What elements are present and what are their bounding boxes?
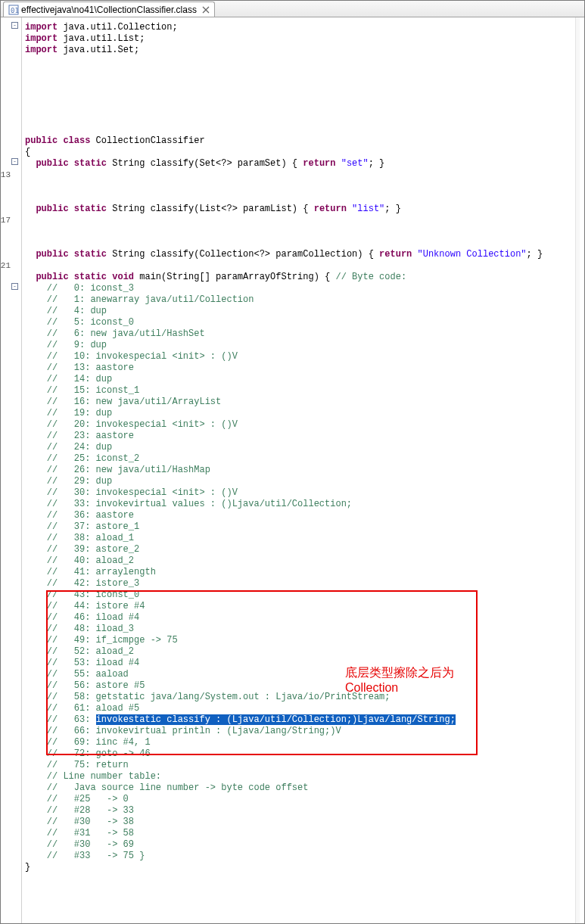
code-line <box>25 113 584 124</box>
code-line: // 55: aaload <box>25 669 584 680</box>
code-line: // 53: iload #4 <box>25 658 584 669</box>
code-line <box>25 90 584 101</box>
code-line: public class CollectionClassifier <box>25 135 584 147</box>
code-line: // 58: getstatic java/lang/System.out : … <box>25 692 584 703</box>
code-line: // 19: dup <box>25 408 584 419</box>
code-line: // 20: invokespecial <init> : ()V <box>25 419 584 431</box>
code-line <box>25 124 584 135</box>
code-line: // 24: dup <box>25 442 584 453</box>
code-line: import java.util.List; <box>25 33 584 45</box>
code-line: // #30 -> 38 <box>25 817 584 828</box>
code-line: // 56: astore #5 <box>25 680 584 692</box>
line-number: 21 <box>1 260 11 272</box>
code-line: // 46: iload #4 <box>25 612 584 624</box>
code-line <box>25 67 584 79</box>
code-line: // 69: iinc #4, 1 <box>25 737 584 748</box>
code-line: // 39: astore_2 <box>25 544 584 555</box>
code-line: // 48: iload_3 <box>25 624 584 635</box>
code-line <box>25 238 584 249</box>
fold-toggle[interactable]: - <box>11 283 18 290</box>
code-line: // 14: dup <box>25 374 584 385</box>
code-line: // 30: invokespecial <init> : ()V <box>25 487 584 499</box>
code-line: // 43: iconst_0 <box>25 590 584 601</box>
code-line: // 23: aastore <box>25 431 584 442</box>
class-file-icon: 010 <box>8 5 19 15</box>
line-number: 13 <box>1 170 11 181</box>
editor-area: ---131721 import java.util.Collection;im… <box>1 17 584 923</box>
code-line: // 13: aastore <box>25 362 584 374</box>
code-line: // 26: new java/util/HashMap <box>25 465 584 476</box>
code-line: // 44: istore #4 <box>25 601 584 612</box>
code-line: // Line number table: <box>25 771 584 782</box>
code-line: // #33 -> 75 } <box>25 851 584 862</box>
code-line: // 38: aload_1 <box>25 533 584 544</box>
code-line: // 41: arraylength <box>25 567 584 578</box>
svg-text:010: 010 <box>11 7 19 14</box>
code-line <box>25 215 584 226</box>
code-line: // #31 -> 58 <box>25 828 584 839</box>
code-line: // 61: aload #5 <box>25 703 584 714</box>
code-line <box>25 79 584 90</box>
close-icon[interactable] <box>202 6 210 14</box>
code-line: public static String classify(List<?> pa… <box>25 204 584 215</box>
code-line: // 29: dup <box>25 476 584 487</box>
fold-toggle[interactable]: - <box>11 158 18 165</box>
code-line: // #25 -> 0 <box>25 794 584 805</box>
code-line <box>25 226 584 238</box>
code-line: // 25: iconst_2 <box>25 453 584 465</box>
code-line: // 16: new java/util/ArrayList <box>25 397 584 408</box>
code-line: // 72: goto -> 46 <box>25 748 584 760</box>
code-line: // 66: invokevirtual println : (Ljava/la… <box>25 726 584 737</box>
code-line: // #30 -> 69 <box>25 839 584 851</box>
code-line: } <box>25 862 584 873</box>
code-line: // 6: new java/util/HashSet <box>25 328 584 340</box>
code-line: import java.util.Collection; <box>25 22 584 33</box>
code-line: // 10: invokespecial <init> : ()V <box>25 351 584 362</box>
code-line: // 42: istore_3 <box>25 578 584 590</box>
gutter: ---131721 <box>1 17 22 923</box>
code-line: // 1: anewarray java/util/Collection <box>25 294 584 306</box>
code-line: // 36: aastore <box>25 510 584 521</box>
editor-tab[interactable]: 010 effectivejava\no41\CollectionClassif… <box>3 2 215 17</box>
code-line: // 75: return <box>25 760 584 771</box>
code-line: // 4: dup <box>25 306 584 317</box>
code-line <box>25 56 584 67</box>
code-line: // 63: invokestatic classify : (Ljava/ut… <box>25 714 584 726</box>
code-line <box>25 101 584 113</box>
code-line: // 52: aload_2 <box>25 646 584 658</box>
code-line: // 49: if_icmpge -> 75 <box>25 635 584 646</box>
code-line: // 9: dup <box>25 340 584 351</box>
tab-strip: 010 effectivejava\no41\CollectionClassif… <box>1 1 584 17</box>
code-line <box>25 192 584 204</box>
overview-ruler <box>575 17 580 923</box>
code-line: // 5: iconst_0 <box>25 317 584 328</box>
code-area[interactable]: import java.util.Collection;import java.… <box>22 17 584 923</box>
code-line <box>25 170 584 181</box>
code-line <box>25 260 584 272</box>
code-line: public static void main(String[] paramAr… <box>25 272 584 283</box>
code-line: // 33: invokevirtual values : ()Ljava/ut… <box>25 499 584 510</box>
code-line: // #28 -> 33 <box>25 805 584 817</box>
code-line: import java.util.Set; <box>25 45 584 56</box>
code-line <box>25 181 584 192</box>
code-line: public static String classify(Collection… <box>25 249 584 260</box>
code-line: // 37: astore_1 <box>25 521 584 533</box>
line-number: 17 <box>1 215 11 226</box>
code-line: public static String classify(Set<?> par… <box>25 158 584 170</box>
code-line: // Java source line number -> byte code … <box>25 782 584 794</box>
code-line: { <box>25 147 584 158</box>
code-line: // 40: aload_2 <box>25 555 584 567</box>
fold-toggle[interactable]: - <box>11 22 18 29</box>
code-line: // 0: iconst_3 <box>25 283 584 294</box>
selected-text: invokestatic classify : (Ljava/util/Coll… <box>96 714 456 725</box>
code-line: // 15: iconst_1 <box>25 385 584 397</box>
editor-tab-label: effectivejava\no41\CollectionClassifier.… <box>21 5 197 15</box>
